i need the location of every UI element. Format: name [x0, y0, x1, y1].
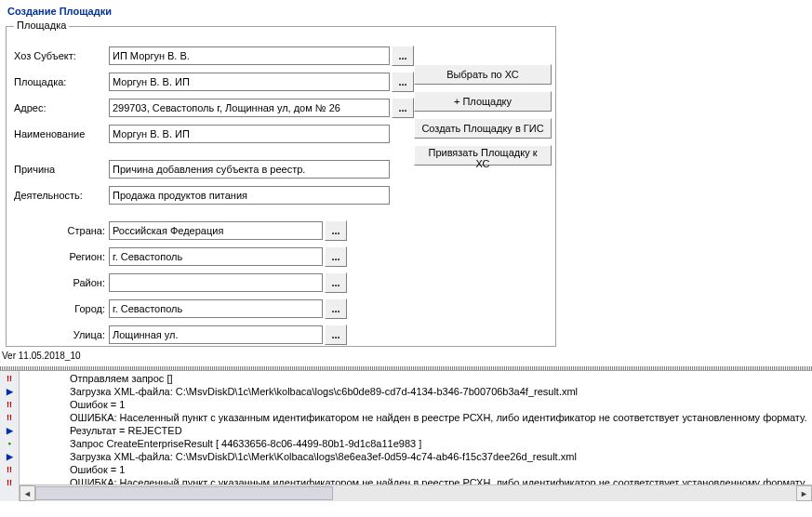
label-city: Город:	[14, 303, 109, 314]
input-name[interactable]	[109, 125, 390, 143]
input-area[interactable]	[109, 73, 390, 91]
err-icon: !!	[2, 476, 17, 489]
input-country[interactable]	[109, 221, 323, 240]
lookup-district[interactable]: ...	[325, 272, 347, 293]
log-line: Ошибок = 1	[70, 398, 810, 411]
input-city[interactable]	[109, 299, 323, 318]
btn-bind-xc[interactable]: Привязать Площадку к ХС	[414, 145, 552, 166]
err-icon: !!	[2, 463, 17, 476]
log-line: ОШИБКА: Населенный пункт с указанным иде…	[70, 411, 810, 424]
scroll-thumb[interactable]	[35, 486, 333, 500]
err-icon: !!	[2, 372, 17, 385]
input-street[interactable]	[109, 325, 323, 344]
scroll-right-icon[interactable]: ►	[796, 485, 812, 501]
label-street: Улица:	[14, 329, 109, 340]
lookup-region[interactable]: ...	[325, 246, 347, 267]
label-district: Район:	[14, 277, 109, 288]
log-line: Загрузка XML-файла: C:\MsvDiskD\1c\Merk\…	[70, 450, 810, 463]
page-title: Создание Площадки	[0, 0, 812, 20]
info-icon: ▶	[2, 424, 17, 437]
btn-select-by-xc[interactable]: Выбрать по ХС	[414, 64, 552, 85]
log-line: ОШИБКА: Населенный пункт с указанным иде…	[70, 476, 810, 484]
log-panel: !! ▶ !! !! ▶ ▪ ▶ !! !! Отправляем запрос…	[0, 370, 812, 501]
group-site: Площадка Хоз Субъект: ... Площадка: ... …	[6, 26, 556, 347]
label-area: Площадка:	[14, 76, 109, 87]
log-line: Отправляем запрос []	[70, 372, 810, 385]
lookup-addr[interactable]: ...	[392, 98, 414, 118]
input-region[interactable]	[109, 247, 323, 266]
label-region: Регион:	[14, 251, 109, 262]
groupbox-label: Площадка	[14, 20, 69, 31]
log-gutter: !! ▶ !! !! ▶ ▪ ▶ !! !!	[0, 371, 20, 501]
log-line: Ошибок = 1	[70, 463, 810, 476]
input-reason[interactable]	[109, 160, 390, 179]
scroll-track[interactable]	[35, 485, 796, 501]
label-country: Страна:	[14, 225, 109, 236]
label-hoz: Хоз Субъект:	[14, 50, 109, 61]
horizontal-scrollbar[interactable]: ◄ ►	[20, 484, 812, 501]
lookup-city[interactable]: ...	[325, 298, 347, 319]
label-name: Наименование	[14, 128, 109, 139]
log-line: Запрос CreateEnterpriseResult [ 44633656…	[70, 437, 810, 450]
input-district[interactable]	[109, 273, 323, 292]
input-activity[interactable]	[109, 186, 390, 205]
lookup-street[interactable]: ...	[325, 325, 347, 345]
label-activity: Деятельность:	[14, 190, 109, 201]
log-line: Загрузка XML-файла: C:\MsvDiskD\1c\Merk\…	[70, 385, 810, 398]
log-line: Результат = REJECTED	[70, 424, 810, 437]
lookup-area[interactable]: ...	[392, 72, 414, 92]
log-body: Отправляем запрос [] Загрузка XML-файла:…	[20, 371, 812, 484]
lookup-country[interactable]: ...	[325, 220, 347, 241]
lookup-hoz[interactable]: ...	[392, 46, 414, 66]
btn-add-area[interactable]: + Площадку	[414, 91, 552, 112]
ok-icon: ▪	[2, 437, 17, 450]
input-hoz[interactable]	[109, 46, 390, 65]
input-addr[interactable]	[109, 99, 390, 117]
label-addr: Адрес:	[14, 102, 109, 113]
err-icon: !!	[2, 411, 17, 424]
scroll-left-icon[interactable]: ◄	[20, 485, 35, 501]
label-reason: Причина	[14, 164, 109, 175]
info-icon: ▶	[2, 385, 17, 398]
info-icon: ▶	[2, 450, 17, 463]
btn-create-gis[interactable]: Создать Площадку в ГИС	[414, 118, 552, 139]
err-icon: !!	[2, 398, 17, 411]
version-label: Ver 11.05.2018_10	[0, 347, 812, 363]
